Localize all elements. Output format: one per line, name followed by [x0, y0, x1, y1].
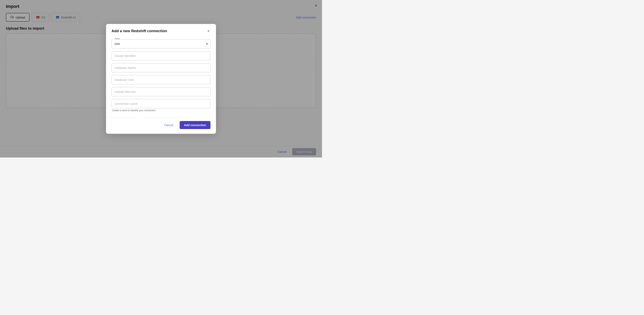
cluster-identifier-input[interactable]	[112, 51, 210, 60]
database-name-field	[112, 63, 210, 72]
database-name-input[interactable]	[112, 63, 210, 72]
cluster-identifier-field	[112, 51, 210, 60]
connection-name-input[interactable]	[112, 99, 210, 108]
modal-close-button[interactable]: ×	[206, 28, 210, 34]
modal-body: Type IAM Password ▾	[106, 37, 216, 117]
unload-iam-role-input[interactable]	[112, 87, 210, 96]
unload-iam-role-field	[112, 87, 210, 96]
connection-name-hint: Create a name to identify your connectio…	[112, 109, 210, 112]
modal-add-connection-button[interactable]: Add connection	[180, 121, 210, 129]
modal-cancel-button[interactable]: Cancel	[160, 121, 177, 129]
add-redshift-connection-modal: Add a new Redshift connection × Type IAM…	[106, 24, 216, 134]
type-field: Type IAM Password ▾	[112, 39, 210, 48]
modal-footer: Cancel Add connection	[106, 117, 216, 134]
type-select[interactable]: IAM Password	[112, 39, 210, 48]
type-select-wrapper: IAM Password ▾	[112, 39, 210, 48]
database-user-input[interactable]	[112, 75, 210, 84]
modal-header: Add a new Redshift connection ×	[106, 24, 216, 37]
database-user-field	[112, 75, 210, 84]
connection-name-field: Create a name to identify your connectio…	[112, 99, 210, 112]
modal-title: Add a new Redshift connection	[112, 29, 167, 33]
